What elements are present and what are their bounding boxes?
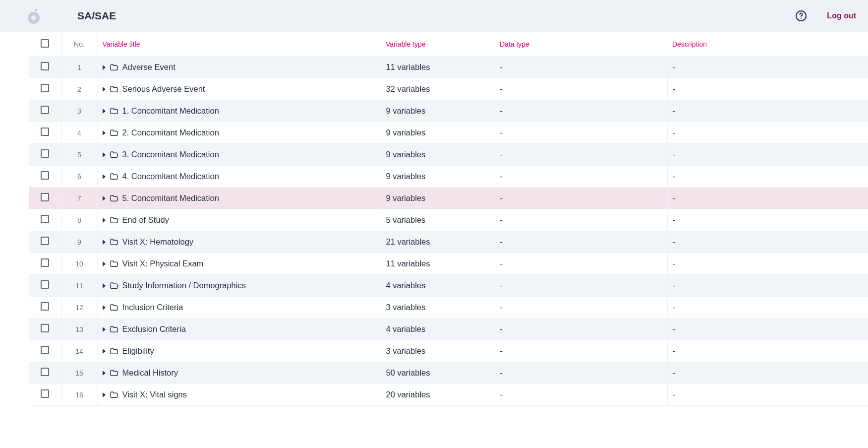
description: -: [667, 57, 868, 78]
row-checkbox[interactable]: [41, 346, 49, 354]
row-number: 16: [61, 384, 97, 406]
expand-caret-icon[interactable]: [103, 152, 106, 157]
variable-type: 3 variables: [381, 297, 495, 319]
expand-caret-icon[interactable]: [103, 327, 106, 332]
col-header-desc[interactable]: Description: [667, 32, 868, 57]
expand-caret-icon[interactable]: [103, 196, 106, 201]
description: -: [667, 340, 868, 362]
row-checkbox[interactable]: [41, 171, 49, 180]
data-type: -: [495, 144, 667, 166]
expand-caret-icon[interactable]: [103, 392, 106, 397]
col-header-no[interactable]: No.: [61, 32, 97, 57]
row-checkbox[interactable]: [41, 62, 49, 70]
row-checkbox[interactable]: [41, 106, 49, 114]
table-row[interactable]: 2Serious Adverse Event32 variables--: [29, 78, 868, 100]
description: -: [667, 166, 868, 188]
help-icon[interactable]: [795, 10, 807, 22]
expand-caret-icon[interactable]: [103, 65, 106, 70]
row-checkbox[interactable]: [41, 193, 49, 201]
table-row[interactable]: 16Visit X: Vital signs20 variables--: [29, 384, 868, 406]
row-checkbox[interactable]: [41, 215, 49, 223]
description: -: [667, 297, 868, 319]
table-row[interactable]: 1Adverse Event11 variables--: [29, 57, 868, 78]
variable-title: Visit X: Vital signs: [122, 390, 187, 399]
expand-caret-icon[interactable]: [103, 87, 106, 92]
table-row[interactable]: 13Exclusion Criteria4 variables--: [29, 319, 868, 340]
folder-icon: [110, 63, 118, 72]
expand-caret-icon[interactable]: [103, 174, 106, 179]
data-type: -: [495, 188, 667, 209]
table-row[interactable]: 10Visit X: Physical Exam11 variables--: [29, 253, 868, 275]
folder-icon: [110, 347, 118, 356]
logout-link[interactable]: Log out: [827, 11, 856, 20]
row-checkbox[interactable]: [41, 280, 49, 289]
variable-type: 9 variables: [381, 188, 495, 209]
table-row[interactable]: 64. Concomitant Medication9 variables--: [29, 166, 868, 188]
row-number: 12: [61, 297, 97, 319]
row-checkbox[interactable]: [41, 237, 49, 245]
expand-caret-icon[interactable]: [103, 218, 106, 223]
row-number: 13: [61, 319, 97, 340]
table-row[interactable]: 15Medical History50 variables--: [29, 362, 868, 384]
description: -: [667, 384, 868, 406]
table-row[interactable]: 11Study Information / Demographics4 vari…: [29, 275, 868, 297]
description: -: [667, 253, 868, 275]
folder-icon: [110, 216, 118, 225]
row-checkbox[interactable]: [41, 128, 49, 136]
expand-caret-icon[interactable]: [103, 109, 106, 114]
row-number: 14: [61, 340, 97, 362]
variable-title: Adverse Event: [122, 63, 175, 72]
folder-icon: [110, 194, 118, 203]
data-type: -: [495, 57, 667, 78]
data-type: -: [495, 340, 667, 362]
table-row[interactable]: 53. Concomitant Medication9 variables--: [29, 144, 868, 166]
col-header-type[interactable]: Variable type: [381, 32, 495, 57]
table-row[interactable]: 8End of Study5 variables--: [29, 209, 868, 231]
row-checkbox[interactable]: [41, 324, 49, 332]
data-type: -: [495, 384, 667, 406]
row-checkbox[interactable]: [41, 389, 49, 398]
description: -: [667, 144, 868, 166]
expand-caret-icon[interactable]: [103, 261, 106, 266]
description: -: [667, 209, 868, 231]
expand-caret-icon[interactable]: [103, 305, 106, 310]
col-header-dtype[interactable]: Data type: [495, 32, 667, 57]
variable-type: 32 variables: [381, 78, 495, 100]
table-row[interactable]: 12Inclusion Criteria3 variables--: [29, 297, 868, 319]
row-checkbox[interactable]: [41, 258, 49, 267]
select-all-checkbox[interactable]: [41, 39, 49, 48]
table-row[interactable]: 75. Concomitant Medication9 variables--: [29, 188, 868, 209]
description: -: [667, 188, 868, 209]
data-type: -: [495, 297, 667, 319]
row-checkbox[interactable]: [41, 84, 49, 92]
variable-title: Exclusion Criteria: [122, 324, 186, 334]
row-checkbox[interactable]: [41, 149, 49, 158]
data-type: -: [495, 253, 667, 275]
variable-title: Visit X: Physical Exam: [122, 259, 204, 268]
variable-type: 20 variables: [381, 384, 495, 406]
table-header-row: No. Variable title Variable type Data ty…: [29, 32, 868, 57]
row-checkbox[interactable]: [41, 368, 49, 376]
expand-caret-icon[interactable]: [103, 283, 106, 288]
table-row[interactable]: 31. Concomitant Medication9 variables--: [29, 100, 868, 122]
expand-caret-icon[interactable]: [103, 371, 106, 376]
expand-caret-icon[interactable]: [103, 349, 106, 354]
variable-title: 4. Concomitant Medication: [122, 172, 219, 181]
variable-title: Inclusion Criteria: [122, 303, 183, 312]
folder-icon: [110, 369, 118, 378]
folder-icon: [110, 259, 118, 268]
description: -: [667, 362, 868, 384]
variable-type: 11 variables: [381, 253, 495, 275]
page-title: SA/SAE: [77, 10, 116, 22]
col-header-title[interactable]: Variable title: [97, 32, 381, 57]
table-row[interactable]: 14Eligibility3 variables--: [29, 340, 868, 362]
expand-caret-icon[interactable]: [103, 130, 106, 135]
table-row[interactable]: 9Visit X: Hematology21 variables--: [29, 231, 868, 253]
row-checkbox[interactable]: [41, 302, 49, 311]
description: -: [667, 78, 868, 100]
topbar: SA/SAE Log out: [0, 0, 868, 32]
table-row[interactable]: 42. Concomitant Medication9 variables--: [29, 122, 868, 144]
app-logo-icon: [25, 7, 43, 25]
expand-caret-icon[interactable]: [103, 240, 106, 245]
variable-type: 3 variables: [381, 340, 495, 362]
